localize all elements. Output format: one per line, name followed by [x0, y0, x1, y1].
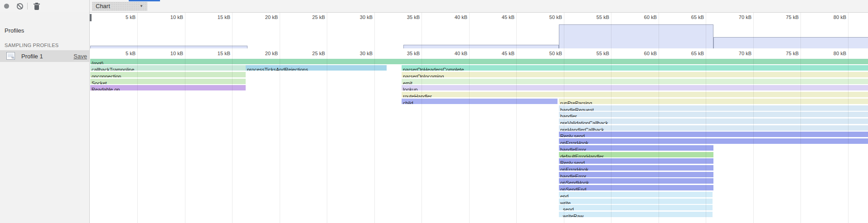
flame-segment-label: Socket [90, 81, 107, 84]
ruler-tick-label: 5 kB [108, 51, 136, 56]
flame-segment[interactable]: onSendHook [559, 178, 713, 184]
allocation-chart-area[interactable]: 5 kB5 kB10 kB10 kB15 kB15 kB20 kB20 kB25… [90, 13, 868, 223]
flame-segment[interactable]: onErrorHook [559, 165, 713, 171]
flame-segment[interactable]: end [559, 192, 713, 197]
ruler-tick-label: 50 kB [535, 14, 562, 20]
flame-segment[interactable]: preValidationCallback [559, 119, 868, 124]
ruler-tick-label: 35 kB [393, 14, 420, 20]
flame-segment[interactable]: runPreParsing [559, 99, 868, 104]
sidebar-title: Profiles [5, 27, 24, 34]
ruler-tick-label: 50 kB [535, 51, 562, 56]
ruler-tick-label: 55 kB [582, 14, 609, 20]
flame-segment[interactable]: Reply.send [559, 132, 868, 137]
flame-segment[interactable]: _send [559, 205, 713, 210]
overview-band[interactable] [403, 45, 559, 48]
flame-segment[interactable]: Readable.on [90, 85, 246, 90]
flame-segment-label: onSendEnd [559, 187, 587, 190]
sidebar-divider [89, 0, 90, 223]
flame-segment[interactable]: Reply.send [559, 158, 713, 164]
flame-segment[interactable]: _writeRaw [559, 212, 713, 217]
sidebar-item-profile-1[interactable]: % Profile 1 Save [0, 50, 89, 62]
flame-segment[interactable]: onconnection [90, 72, 246, 77]
ruler-tick-label: 70 kB [724, 14, 752, 20]
flame-segment-label: lookup [402, 87, 417, 90]
ruler-tick-label: 25 kB [298, 51, 325, 56]
overview-band[interactable] [90, 46, 247, 48]
flame-segment-label: Readable.on [90, 87, 120, 90]
gridline [137, 13, 138, 223]
flame-segment[interactable]: preHandlerCallback [559, 125, 868, 131]
gridline [800, 13, 801, 223]
gridline [422, 13, 422, 223]
gridline [185, 13, 185, 223]
save-profile-link[interactable]: Save [73, 53, 87, 60]
flame-segment-label: Reply.send [559, 133, 585, 137]
gridline [706, 13, 706, 223]
view-mode-select[interactable]: Chart ▼ [92, 2, 147, 11]
flame-segment[interactable]: onErrorHook [559, 138, 868, 144]
profile-name: Profile 1 [21, 53, 43, 60]
record-button[interactable] [2, 1, 12, 11]
flame-segment-label: onSendHook [559, 180, 589, 184]
flame-segment-label: processTicksAndRejections [246, 67, 308, 71]
flame-segment[interactable]: Socket [90, 79, 246, 84]
flame-segment-label: handleError [559, 174, 586, 177]
gridline [232, 13, 233, 223]
ruler-tick-label: 10 kB [156, 51, 183, 56]
flame-segment-label: emit [402, 81, 412, 84]
flame-segment-label: onErrorHook [559, 140, 588, 144]
flame-segment[interactable]: onSendEnd [559, 185, 713, 190]
flame-segment[interactable]: handleError [559, 145, 713, 151]
profiler-panel: Chart ▼ Profiles SAMPLING PROFILES % Pro… [0, 0, 868, 223]
flame-segment-label: onErrorHook [559, 167, 588, 171]
flame-segment[interactable]: write_ [559, 199, 713, 204]
flame-segment-label: write_ [559, 200, 573, 204]
flame-segment[interactable]: processTicksAndRejections [246, 65, 387, 71]
flame-segment-label: routeHandler [402, 94, 432, 97]
ruler-tick-label: 65 kB [677, 14, 704, 20]
ruler-tick-label: 60 kB [630, 51, 657, 56]
gridline [280, 13, 280, 223]
overview-band[interactable] [713, 37, 868, 48]
overview-left-handle[interactable] [90, 14, 92, 21]
flame-segment[interactable]: routeHandler [402, 92, 868, 97]
flame-segment-label: parserOnIncoming [402, 74, 444, 77]
profile-document-icon: % [6, 52, 15, 60]
toolbar-divider [27, 3, 28, 9]
flame-segment[interactable]: (root) [90, 59, 868, 64]
flame-segment[interactable]: emit [402, 79, 868, 84]
ruler-tick-label: 25 kB [298, 14, 325, 20]
flame-segment[interactable]: lookup [402, 85, 868, 90]
view-mode-value: Chart [96, 3, 110, 9]
ruler-tick-label: 30 kB [345, 51, 373, 56]
flame-segment-label: (root) [90, 61, 103, 64]
flame-segment[interactable]: handler [559, 112, 868, 117]
flame-segment-label: callbackTrampoline [90, 67, 134, 71]
flame-segment-label: _send [559, 207, 574, 210]
ruler-tick-label: 75 kB [771, 14, 799, 20]
flame-segment-label: onconnection [90, 74, 121, 77]
flame-segment-label: defaultErrorHandler [559, 154, 604, 157]
delete-profile-button[interactable] [32, 1, 42, 11]
flame-segment-label: _writeRaw [559, 214, 583, 217]
flame-segment[interactable]: parserOnIncoming [402, 72, 868, 77]
gridline [327, 13, 327, 223]
flame-segment-label: Reply.send [559, 160, 585, 164]
flame-segment[interactable]: child [402, 99, 558, 104]
gridline [848, 13, 849, 223]
flame-segment-label: parserOnHeadersComplete [402, 67, 464, 71]
toolbar: Chart ▼ [0, 0, 868, 13]
flame-segment[interactable]: handleRequest [559, 105, 868, 111]
active-tab-indicator [129, 0, 160, 1]
flame-segment[interactable]: defaultErrorHandler [559, 152, 713, 157]
flame-segment-label: preValidationCallback [559, 120, 608, 124]
ruler-tick-label: 80 kB [819, 51, 846, 56]
sampling-profiles-heading: SAMPLING PROFILES [5, 43, 58, 48]
ruler-tick-label: 75 kB [771, 51, 799, 56]
flame-segment[interactable]: handleError [559, 172, 713, 177]
flame-segment[interactable]: parserOnHeadersComplete [402, 65, 868, 71]
flame-segment[interactable]: callbackTrampoline [90, 65, 246, 71]
ruler-tick-label: 55 kB [582, 51, 609, 56]
clear-all-button[interactable] [15, 1, 25, 11]
overview-band[interactable] [559, 24, 713, 48]
